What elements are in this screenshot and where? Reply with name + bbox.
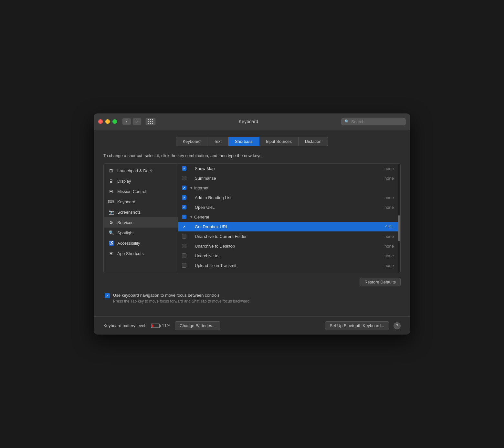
keyboard-nav-main-label: Use keyboard navigation to move focus be… — [113, 293, 251, 298]
keyboard-icon: ⌨ — [108, 199, 114, 205]
minimize-button[interactable] — [105, 119, 110, 124]
search-icon: 🔍 — [344, 119, 349, 124]
back-icon: ‹ — [126, 119, 127, 124]
checkbox-unarchive-current[interactable] — [182, 234, 186, 239]
grid-view-button[interactable] — [145, 118, 156, 125]
checkbox-show-map[interactable] — [182, 166, 186, 171]
shortcut-value: none — [384, 244, 394, 249]
screenshots-icon: 📷 — [108, 209, 114, 215]
tab-shortcuts[interactable]: Shortcuts — [228, 137, 259, 146]
window-title: Keyboard — [159, 119, 338, 124]
shortcut-row-unarchive-to[interactable]: Unarchive to... none — [178, 251, 398, 261]
launchpad-icon: ⊞ — [108, 168, 114, 174]
sidebar-item-label: Launchpad & Dock — [117, 168, 153, 173]
checkbox-unchecked-icon — [182, 234, 186, 239]
spotlight-icon: 🔍 — [108, 230, 114, 236]
keyboard-nav-checkbox[interactable] — [105, 293, 110, 298]
battery-label: Keyboard battery level: — [103, 323, 146, 328]
checkbox-dropbox-url[interactable] — [182, 224, 186, 229]
close-button[interactable] — [98, 119, 103, 124]
content-area: Keyboard Text Shortcuts Input Sources Di… — [94, 130, 410, 317]
tab-keyboard[interactable]: Keyboard — [176, 137, 207, 146]
checkbox-general[interactable] — [182, 215, 186, 219]
tab-input-sources[interactable]: Input Sources — [259, 137, 299, 146]
shortcut-label: Unarchive to Desktop — [190, 244, 381, 249]
shortcut-row-open-url[interactable]: Open URL none — [178, 202, 398, 212]
sidebar-item-label: Accessibility — [117, 241, 140, 246]
sidebar-item-spotlight[interactable]: 🔍 Spotlight — [104, 228, 178, 238]
search-box[interactable]: 🔍 — [341, 118, 406, 125]
sidebar-item-label: Mission Control — [117, 189, 146, 194]
forward-icon: › — [136, 119, 138, 124]
help-button[interactable]: ? — [394, 322, 401, 329]
forward-button[interactable]: › — [132, 118, 142, 125]
shortcut-value: none — [384, 205, 394, 210]
shortcut-row-upload-transmit[interactable]: Upload file in Transmit none — [178, 261, 398, 270]
shortcut-row-summarise[interactable]: Summarise none — [178, 173, 398, 183]
battery-fill — [152, 325, 154, 327]
tab-text[interactable]: Text — [207, 137, 228, 146]
shortcut-value: none — [384, 253, 394, 258]
sidebar-item-keyboard[interactable]: ⌨ Keyboard — [104, 197, 178, 207]
shortcut-row-unarchive-current[interactable]: Unarchive to Current Folder none — [178, 231, 398, 241]
checkbox-unarchive-desktop[interactable] — [182, 244, 186, 248]
shortcut-list: Show Map none Summarise none — [178, 164, 398, 273]
sidebar-item-launchpad[interactable]: ⊞ Launchpad & Dock — [104, 165, 178, 176]
sidebar-item-accessibility[interactable]: ♿ Accessibility — [104, 238, 178, 248]
scrollbar-thumb[interactable] — [398, 215, 400, 241]
checkbox-checked-icon — [182, 205, 186, 209]
checkbox-minus-icon — [182, 215, 186, 219]
battery-percentage: 11% — [162, 323, 170, 328]
checkbox-checked-icon — [182, 186, 186, 190]
instruction-text: To change a shortcut, select it, click t… — [103, 153, 401, 159]
checkbox-checked-icon — [182, 224, 186, 229]
restore-defaults-button[interactable]: Restore Defaults — [360, 278, 401, 286]
shortcut-value: none — [384, 234, 394, 239]
sidebar-item-services[interactable]: ⚙ Services — [104, 217, 178, 228]
keyboard-preferences-window: ‹ › Keyboard 🔍 Keyboard Text Shortcuts I… — [94, 113, 410, 335]
change-batteries-button[interactable]: Change Batteries... — [175, 321, 220, 330]
setup-bluetooth-button[interactable]: Set Up Bluetooth Keyboard... — [325, 321, 389, 330]
search-input[interactable] — [351, 119, 400, 124]
shortcut-row-reading-list[interactable]: Add to Reading List none — [178, 193, 398, 202]
checkbox-internet[interactable] — [182, 186, 186, 190]
checkbox-checked-icon — [182, 195, 186, 200]
shortcut-label: Add to Reading List — [190, 195, 381, 200]
keyboard-nav-sub-label: Press the Tab key to move focus forward … — [113, 299, 251, 304]
shortcut-row-get-dropbox-url[interactable]: Get Dropbox URL ^⌘L — [178, 222, 398, 231]
shortcut-row-show-map[interactable]: Show Map none — [178, 164, 398, 173]
sidebar-item-label: Spotlight — [117, 230, 134, 235]
bottom-bar: Keyboard battery level: 11% Change Batte… — [94, 316, 410, 335]
mission-control-icon: ⊟ — [108, 188, 114, 194]
sidebar-item-label: Services — [117, 220, 133, 225]
shortcut-group-label: ▼ Internet — [190, 186, 394, 190]
checkbox-upload-transmit[interactable] — [182, 263, 186, 268]
shortcut-value: none — [384, 166, 394, 171]
shortcut-label: Summarise — [190, 176, 381, 181]
checkbox-unchecked-icon — [182, 244, 186, 248]
shortcut-row-general-group[interactable]: ▼ General — [178, 212, 398, 222]
sidebar-item-label: App Shortcuts — [117, 251, 144, 256]
checkbox-open-url[interactable] — [182, 205, 186, 209]
restore-defaults-row: Restore Defaults — [103, 278, 401, 286]
shortcut-row-internet-group[interactable]: ▼ Internet — [178, 183, 398, 193]
checkbox-unarchive-to[interactable] — [182, 253, 186, 258]
shortcut-label: Upload file in Transmit — [190, 263, 381, 268]
sidebar-item-label: Screenshots — [117, 210, 141, 215]
fullscreen-button[interactable] — [112, 119, 117, 124]
sidebar-item-mission-control[interactable]: ⊟ Mission Control — [104, 186, 178, 197]
shortcut-row-unarchive-desktop[interactable]: Unarchive to Desktop none — [178, 241, 398, 251]
keyboard-nav-text: Use keyboard navigation to move focus be… — [113, 293, 251, 304]
checkbox-reading-list[interactable] — [182, 195, 186, 200]
back-button[interactable]: ‹ — [122, 118, 131, 125]
shortcut-label: Show Map — [190, 166, 381, 171]
shortcut-label: Open URL — [190, 205, 381, 210]
checkbox-summarise[interactable] — [182, 176, 186, 180]
scrollbar[interactable] — [398, 164, 400, 273]
sidebar-item-screenshots[interactable]: 📷 Screenshots — [104, 207, 178, 217]
sidebar-item-app-shortcuts[interactable]: ✱ App Shortcuts — [104, 248, 178, 259]
shortcut-label: Get Dropbox URL — [190, 224, 382, 229]
sidebar-item-display[interactable]: 🖥 Display — [104, 176, 178, 186]
checkbox-unchecked-icon — [182, 263, 186, 268]
tab-dictation[interactable]: Dictation — [299, 137, 328, 146]
